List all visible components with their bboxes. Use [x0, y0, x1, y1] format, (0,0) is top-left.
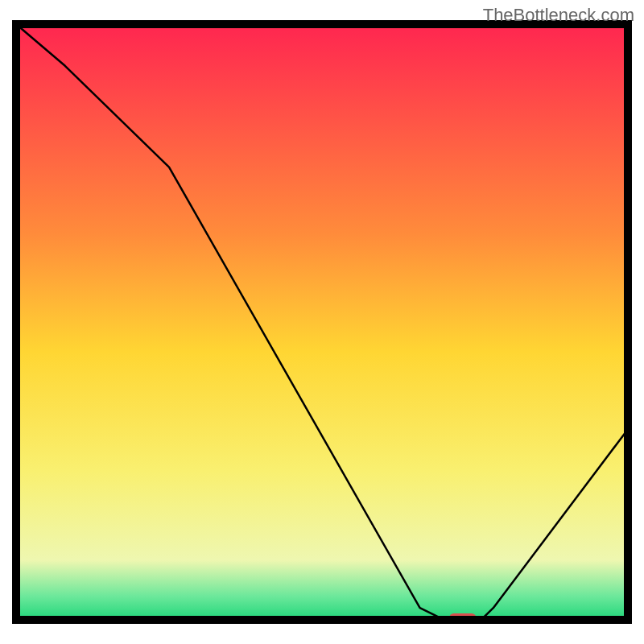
chart-container: TheBottleneck.com [0, 0, 644, 644]
watermark-text: TheBottleneck.com [483, 5, 634, 26]
bottleneck-chart [0, 0, 644, 644]
gradient-background [16, 24, 628, 620]
